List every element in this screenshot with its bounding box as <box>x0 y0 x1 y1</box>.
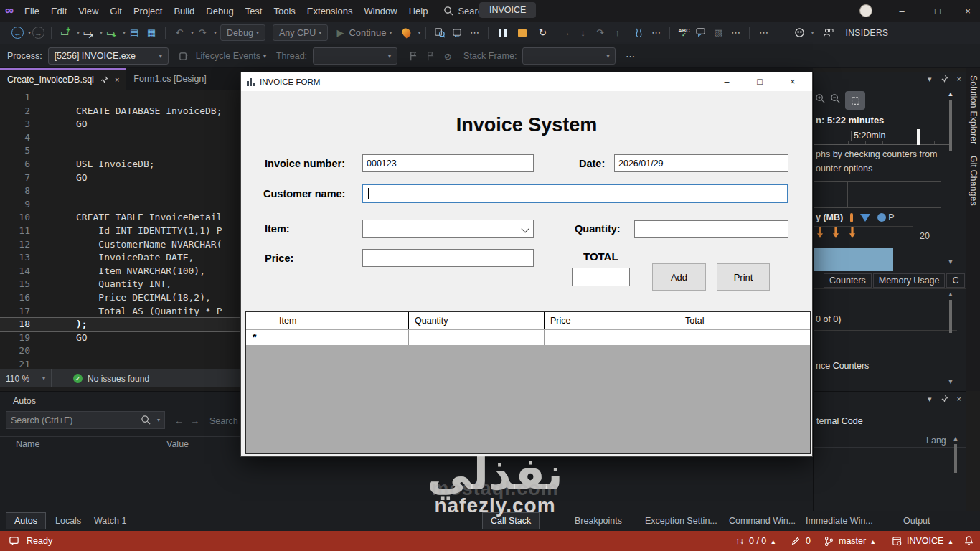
navigate-back-icon[interactable]: ← <box>11 27 24 39</box>
step-out-icon[interactable]: ↑ <box>610 25 624 41</box>
comment-icon[interactable] <box>694 25 708 41</box>
avatar[interactable] <box>859 4 872 17</box>
chevron-down-icon[interactable]: ▾ <box>28 29 31 36</box>
print-button[interactable]: Print <box>717 263 770 291</box>
menu-build[interactable]: Build <box>168 4 200 19</box>
restart-debug-icon[interactable]: ↻ <box>535 25 550 41</box>
spell-check-icon[interactable]: ABC✓ <box>677 25 691 41</box>
external-code-row[interactable]: ternal Code <box>816 416 863 426</box>
menu-extensions[interactable]: Extensions <box>301 4 359 19</box>
code-map-icon[interactable] <box>631 25 646 41</box>
chevron-down-icon[interactable]: ▾ <box>123 29 126 36</box>
navigate-forward-icon[interactable]: → <box>32 27 44 39</box>
grid-cell[interactable] <box>273 330 409 345</box>
diagnostics-timeline[interactable]: 5:20min <box>814 129 950 145</box>
tab-output[interactable]: Output <box>895 512 938 529</box>
add-item-icon[interactable]: ▭+ <box>104 25 118 41</box>
events-scrollbar[interactable]: ▲ ▼ <box>947 291 954 388</box>
scrollbar-thumb[interactable] <box>949 100 952 151</box>
tab-locals[interactable]: Locals <box>47 512 89 529</box>
feedback-person-icon[interactable] <box>821 25 835 41</box>
git-branch-indicator[interactable]: master ▴ <box>824 531 875 551</box>
menu-file[interactable]: File <box>19 4 45 19</box>
repository-indicator[interactable]: INVOICE ▴ <box>892 531 952 551</box>
edit-overflow-icon[interactable]: ⋯ <box>728 25 743 41</box>
maximize-button[interactable]: □ <box>924 0 951 22</box>
search-input[interactable] <box>6 415 141 425</box>
pin-icon[interactable] <box>100 75 108 85</box>
scrollbar-thumb[interactable] <box>949 300 952 333</box>
tab-form1-design[interactable]: Form1.cs [Design] <box>126 68 213 90</box>
save-all-icon[interactable]: ▦ <box>144 25 159 41</box>
menu-tools[interactable]: Tools <box>268 4 301 19</box>
grid-column-item[interactable]: Item <box>273 312 409 329</box>
chevron-down-icon[interactable]: ▾ <box>157 417 160 423</box>
scroll-up-icon[interactable]: ▲ <box>947 90 954 98</box>
more-toolbars-icon[interactable]: ⋯ <box>756 25 771 41</box>
minimize-button[interactable]: – <box>888 0 915 22</box>
tab-command-window[interactable]: Command Win... <box>721 512 804 529</box>
invoice-items-grid[interactable]: Item Quantity Price Total * <box>245 311 811 454</box>
tab-immediate-window[interactable]: Immediate Win... <box>798 512 881 529</box>
undo-icon[interactable]: ↶ <box>172 25 187 41</box>
menu-edit[interactable]: Edit <box>45 4 72 19</box>
pending-edits[interactable]: 0 <box>791 531 811 551</box>
stack-frame-dropdown[interactable]: ▾ <box>522 47 616 65</box>
scroll-up-icon[interactable]: ▲ <box>947 291 954 298</box>
zoom-out-icon[interactable] <box>830 93 841 106</box>
feedback-icon[interactable] <box>9 536 19 547</box>
close-panel-icon[interactable]: × <box>957 395 961 404</box>
diagnostics-scrollbar[interactable]: ▲ ▼ <box>947 90 954 270</box>
memory-usage-chart[interactable] <box>814 226 913 271</box>
invoice-number-input[interactable]: 000123 <box>362 154 534 172</box>
tab-counters[interactable]: Counters <box>824 273 872 288</box>
chevron-down-icon[interactable]: ▾ <box>811 29 814 36</box>
chevron-down-icon[interactable]: ▾ <box>418 29 420 36</box>
tab-autos[interactable]: Autos <box>6 512 46 529</box>
tab-memory-usage[interactable]: Memory Usage <box>873 273 946 288</box>
process-overflow-icon[interactable]: ⋯ <box>623 48 637 64</box>
date-input[interactable]: 2026/01/29 <box>614 154 788 172</box>
lifecycle-events-dropdown[interactable]: Lifecycle Events <box>196 51 260 61</box>
window-layout-icon[interactable] <box>450 25 464 41</box>
show-next-statement-icon[interactable]: → <box>558 25 573 41</box>
tab-breakpoints[interactable]: Breakpoints <box>567 512 630 529</box>
pause-debug-icon[interactable] <box>495 25 509 41</box>
pin-icon[interactable] <box>941 395 948 404</box>
flag-icon[interactable] <box>406 48 420 64</box>
menu-test[interactable]: Test <box>240 4 268 19</box>
scroll-down-icon[interactable]: ▼ <box>947 258 954 265</box>
find-in-files-icon[interactable] <box>433 25 447 41</box>
tab-exception-settings[interactable]: Exception Settin... <box>637 512 725 529</box>
chevron-down-icon[interactable]: ▾ <box>100 29 103 36</box>
process-dropdown[interactable]: [5256] INVOICE.exe▾ <box>48 47 169 65</box>
tab-create-invoicedb-sql[interactable]: Create_InvoiceDB.sql × <box>0 68 126 90</box>
scroll-down-icon[interactable]: ▼ <box>947 378 954 385</box>
name-column-header[interactable]: Name <box>0 439 159 449</box>
search-back-icon[interactable]: ← <box>174 415 184 426</box>
zoom-level-dropdown[interactable]: 110 %▾ <box>0 369 52 387</box>
item-combobox[interactable] <box>362 220 534 238</box>
chevron-down-icon[interactable]: ▾ <box>263 53 266 60</box>
tab-git-changes[interactable]: Git Changes <box>969 156 979 206</box>
menu-git[interactable]: Git <box>104 4 128 19</box>
toggle-flagged-icon[interactable]: ⊘ <box>440 48 455 64</box>
tab-watch1[interactable]: Watch 1 <box>86 512 134 529</box>
configuration-dropdown[interactable]: Debug▾ <box>220 24 265 41</box>
menu-debug[interactable]: Debug <box>200 4 239 19</box>
error-list-summary[interactable]: ↑↓ 0 / 0 ▴ <box>735 531 775 551</box>
notifications-bell-icon[interactable] <box>963 535 974 548</box>
stop-debug-icon[interactable] <box>515 25 529 41</box>
new-project-icon[interactable]: ▭+ <box>58 25 72 41</box>
grid-new-row[interactable]: * <box>246 330 810 345</box>
flag-outline-icon[interactable] <box>423 48 438 64</box>
grid-column-quantity[interactable]: Quantity <box>409 312 545 329</box>
form-maximize-button[interactable]: □ <box>745 72 775 91</box>
form-close-button[interactable]: × <box>778 72 808 91</box>
continue-play-icon[interactable]: ▶ <box>333 25 347 41</box>
grid-cell[interactable] <box>545 330 679 345</box>
scrollbar-thumb[interactable] <box>954 444 957 473</box>
total-input[interactable] <box>572 268 630 286</box>
copy-icon[interactable]: ▧ <box>711 25 725 41</box>
zoom-in-icon[interactable] <box>815 93 826 106</box>
